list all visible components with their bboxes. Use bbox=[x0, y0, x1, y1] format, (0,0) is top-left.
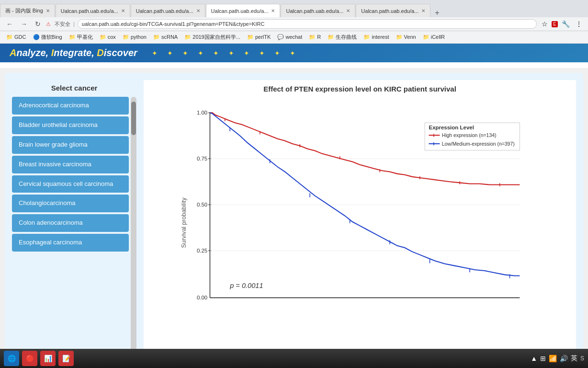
bookmark-scrna[interactable]: 📁 scRNA bbox=[151, 34, 180, 41]
tab-1[interactable]: Ualcan.path.uab.edu/a... ✕ bbox=[56, 4, 130, 17]
extension-icon-2[interactable]: 🔧 bbox=[560, 19, 572, 29]
tray-icon-extra: S bbox=[580, 355, 584, 362]
tray-lang-icon[interactable]: 英 bbox=[571, 354, 577, 363]
tab-2-close[interactable]: ✕ bbox=[196, 8, 200, 13]
bookmark-venn[interactable]: 📁 Venn bbox=[394, 34, 418, 41]
sidebar-scrollbar-track[interactable] bbox=[131, 97, 136, 351]
bookmark-methylation[interactable]: 📁 甲基化 bbox=[67, 33, 95, 41]
new-tab-button[interactable]: + bbox=[431, 9, 443, 17]
svg-text:High expression (n=134): High expression (n=134) bbox=[442, 133, 497, 138]
tab-3-label: Ualcan.path.uab.edu/a... bbox=[211, 8, 269, 14]
tab-3[interactable]: Ualcan.path.uab.edu/a... ✕ bbox=[206, 4, 281, 17]
address-bar-row: ← → ↻ ⚠ 不安全 | ☆ E 🔧 ⋮ bbox=[0, 17, 588, 31]
bookmark-star-icon[interactable]: ☆ bbox=[540, 19, 550, 29]
taskbar-icon-4[interactable]: 📝 bbox=[58, 351, 74, 366]
address-input[interactable] bbox=[78, 19, 537, 29]
svg-text:Low/Medium-expression (n=397): Low/Medium-expression (n=397) bbox=[442, 141, 515, 147]
tray-taskbar-icon[interactable]: ⊞ bbox=[540, 355, 546, 362]
forward-button[interactable]: → bbox=[18, 19, 30, 29]
chart-title: Effect of PTEN expression level on KIRC … bbox=[148, 85, 571, 93]
tab-2[interactable]: Ualcan.path.uab.edu/a... ✕ bbox=[131, 4, 205, 17]
tab-2-label: Ualcan.path.uab.edu/a... bbox=[136, 8, 193, 14]
chart-area: Effect of PTEN expression level on KIRC … bbox=[144, 80, 576, 351]
svg-text:Survival probability: Survival probability bbox=[181, 197, 187, 248]
back-button[interactable]: ← bbox=[4, 19, 15, 29]
cancer-item-esophageal[interactable]: Esophageal carcinoma bbox=[12, 234, 129, 252]
sidebar-scrollbar-thumb[interactable] bbox=[131, 102, 136, 135]
sidebar: Select cancer Adrenocortical carcinoma B… bbox=[12, 80, 136, 351]
site-logo: Analyze, Integrate, Discover bbox=[10, 47, 137, 58]
svg-text:0.25: 0.25 bbox=[197, 248, 207, 253]
cancer-item-brain[interactable]: Brain lower grade glioma bbox=[12, 136, 129, 154]
security-warning-icon: ⚠ bbox=[46, 21, 51, 27]
reload-button[interactable]: ↻ bbox=[33, 19, 43, 29]
taskbar: 🌐 🔴 📊 📝 ▲ ⊞ 📶 🔊 英 S bbox=[0, 349, 588, 368]
taskbar-icon-2[interactable]: 🔴 bbox=[22, 351, 37, 366]
bookmark-interest[interactable]: 📁 interest bbox=[361, 34, 391, 41]
menu-icon[interactable]: ⋮ bbox=[574, 19, 584, 29]
bookmark-survival[interactable]: 📁 生存曲线 bbox=[325, 33, 359, 41]
main-container: Select cancer Adrenocortical carcinoma B… bbox=[5, 73, 583, 358]
cancer-item-adrenocortical[interactable]: Adrenocortical carcinoma bbox=[12, 97, 129, 115]
tab-0-close[interactable]: ✕ bbox=[46, 8, 50, 13]
svg-text:0.00: 0.00 bbox=[197, 295, 207, 300]
tab-1-close[interactable]: ✕ bbox=[121, 8, 125, 13]
tray-up-arrow[interactable]: ▲ bbox=[531, 355, 537, 362]
sidebar-scroll-wrapper: Adrenocortical carcinoma Bladder urothel… bbox=[12, 97, 136, 351]
tab-3-close[interactable]: ✕ bbox=[271, 8, 275, 13]
tab-0-label: 画 - 国内版 Bing bbox=[5, 7, 43, 14]
tab-1-label: Ualcan.path.uab.edu/a... bbox=[61, 8, 118, 14]
bookmark-icellr[interactable]: 📁 iCellR bbox=[420, 34, 447, 41]
bookmark-natural-science[interactable]: 📁 2019国家自然科学... bbox=[182, 33, 243, 41]
bookmark-perltk[interactable]: 📁 perlTK bbox=[245, 34, 273, 41]
bookmark-gdc[interactable]: 📁 GDC bbox=[4, 34, 29, 41]
bookmark-r[interactable]: 📁 R bbox=[306, 34, 323, 41]
tab-5-label: Ualcan.path.uab.edu/a... bbox=[361, 8, 418, 14]
toolbar-icons: ☆ E 🔧 ⋮ bbox=[540, 19, 584, 29]
svg-text:Expression Level: Expression Level bbox=[429, 125, 474, 130]
bookmark-python[interactable]: 📁 python bbox=[120, 34, 149, 41]
security-label: 不安全 bbox=[55, 21, 70, 28]
cancer-item-bladder[interactable]: Bladder urothelial carcinoma bbox=[12, 116, 129, 134]
extension-icon-1[interactable]: E bbox=[552, 21, 558, 27]
svg-text:1.00: 1.00 bbox=[197, 110, 207, 115]
tab-4-close[interactable]: ✕ bbox=[346, 8, 350, 13]
tab-5[interactable]: Ualcan.path.uab.edu/a... ✕ bbox=[356, 4, 430, 17]
bookmarks-bar: 📁 GDC 🔵 微软Bing 📁 甲基化 📁 cox 📁 python 📁 sc… bbox=[0, 31, 588, 44]
cancer-item-cholangiocarcinoma[interactable]: Cholangiocarcinoma bbox=[12, 195, 129, 212]
browser-chrome: 画 - 国内版 Bing ✕ Ualcan.path.uab.edu/a... … bbox=[0, 0, 588, 44]
taskbar-icon-3[interactable]: 📊 bbox=[40, 351, 56, 366]
tab-4-label: Ualcan.path.uab.edu/a... bbox=[286, 8, 343, 14]
cancer-list: Adrenocortical carcinoma Bladder urothel… bbox=[12, 97, 129, 351]
cancer-item-breast[interactable]: Breast invasive carcinoma bbox=[12, 156, 129, 173]
tab-4[interactable]: Ualcan.path.uab.edu/a... ✕ bbox=[281, 4, 355, 17]
taskbar-ie-icon[interactable]: 🌐 bbox=[4, 351, 19, 366]
bookmark-bing[interactable]: 🔵 微软Bing bbox=[31, 33, 65, 41]
system-tray: ▲ ⊞ 📶 🔊 英 S bbox=[531, 354, 584, 363]
bookmark-wechat[interactable]: 💬 wechat bbox=[275, 34, 305, 41]
sidebar-header: Select cancer bbox=[12, 80, 136, 97]
tray-network-icon[interactable]: 📶 bbox=[549, 355, 557, 362]
tray-speaker-icon[interactable]: 🔊 bbox=[560, 355, 568, 362]
tab-0[interactable]: 画 - 国内版 Bing ✕ bbox=[0, 4, 55, 17]
svg-text:0.50: 0.50 bbox=[197, 202, 207, 207]
svg-text:0.75: 0.75 bbox=[197, 156, 207, 161]
bookmark-cox[interactable]: 📁 cox bbox=[97, 34, 118, 41]
svg-text:p = 0.0011: p = 0.0011 bbox=[229, 282, 263, 289]
tab-bar: 画 - 国内版 Bing ✕ Ualcan.path.uab.edu/a... … bbox=[0, 0, 588, 17]
header-decorations: ✦ ✦ ✦ ✦ ✦ ✦ ✦ ✦ ✦ ✦ bbox=[152, 49, 295, 57]
cancer-item-colon[interactable]: Colon adenocarcinoma bbox=[12, 214, 129, 232]
logo-d: D bbox=[97, 47, 103, 58]
chart-wrapper: Survival probability 1.00 0.75 0.50 0.25 bbox=[148, 98, 571, 328]
cancer-item-cervical[interactable]: Cervical squamous cell carcinoma bbox=[12, 175, 129, 193]
tab-5-close[interactable]: ✕ bbox=[421, 8, 425, 13]
divider-band bbox=[0, 62, 588, 68]
site-header: Analyze, Integrate, Discover ✦ ✦ ✦ ✦ ✦ ✦… bbox=[0, 44, 588, 62]
logo-a: A bbox=[10, 47, 16, 58]
kaplan-meier-chart: Survival probability 1.00 0.75 0.50 0.25 bbox=[148, 98, 571, 328]
